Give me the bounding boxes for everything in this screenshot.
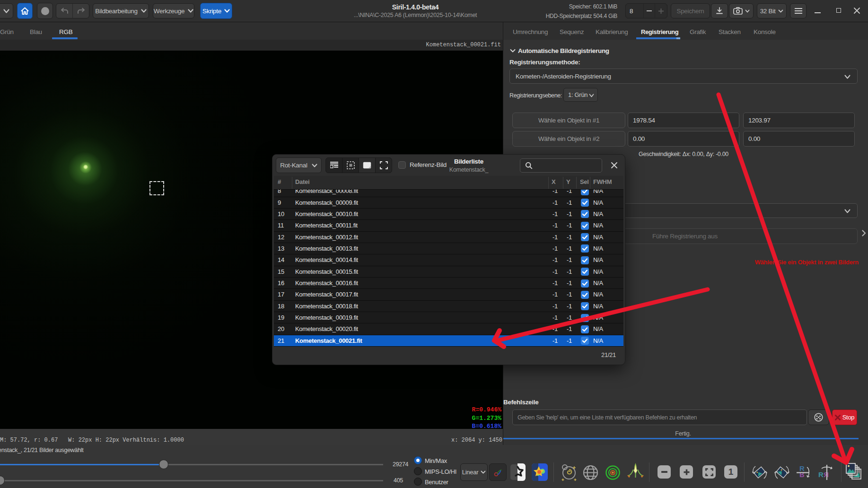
svg-text:R: R [824, 471, 829, 479]
svg-text:R: R [818, 471, 824, 479]
